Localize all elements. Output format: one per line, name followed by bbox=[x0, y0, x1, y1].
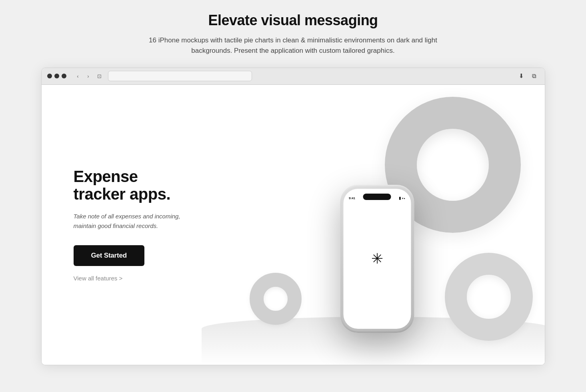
page-wrapper: Elevate visual messaging 16 iPhone mocku… bbox=[0, 12, 586, 365]
header-section: Elevate visual messaging 16 iPhone mocku… bbox=[129, 12, 457, 56]
traffic-dot-maximize[interactable] bbox=[62, 74, 66, 78]
traffic-dot-close[interactable] bbox=[47, 74, 52, 78]
toolbar-actions: ⬇ ⧉ bbox=[517, 71, 539, 81]
download-button[interactable]: ⬇ bbox=[517, 71, 526, 81]
get-started-button[interactable]: Get Started bbox=[74, 245, 144, 266]
nav-buttons: ‹ › ⊡ bbox=[74, 72, 104, 80]
donut-medium bbox=[445, 253, 533, 341]
product-title: Expense tracker apps. bbox=[74, 168, 186, 203]
donut-small bbox=[250, 273, 302, 325]
status-icons: ▊ ▾ ● bbox=[399, 197, 405, 200]
view-toggle-button[interactable]: ⊡ bbox=[95, 72, 104, 80]
iphone-screen: 9:41 ▊ ▾ ● bbox=[343, 189, 411, 329]
content-right: 9:41 ▊ ▾ ● bbox=[210, 85, 545, 365]
traffic-lights bbox=[47, 74, 66, 78]
back-button[interactable]: ‹ bbox=[74, 72, 82, 80]
page-subtitle: 16 iPhone mockups with tactile pie chart… bbox=[129, 35, 457, 56]
content-left: Expense tracker apps. Take note of all e… bbox=[42, 136, 210, 314]
view-features-link[interactable]: View all features > bbox=[74, 275, 186, 282]
status-time: 9:41 bbox=[349, 196, 355, 200]
iphone-mockup: 9:41 ▊ ▾ ● bbox=[340, 185, 414, 333]
browser-window: ‹ › ⊡ ⬇ ⧉ Expense tracker apps. Take not… bbox=[41, 68, 545, 365]
resize-button[interactable]: ⧉ bbox=[530, 71, 539, 81]
browser-content: Expense tracker apps. Take note of all e… bbox=[42, 85, 545, 365]
browser-toolbar: ‹ › ⊡ ⬇ ⧉ bbox=[42, 68, 545, 85]
scene-container: 9:41 ▊ ▾ ● bbox=[210, 85, 545, 365]
iphone-dynamic-island bbox=[363, 194, 391, 200]
page-title: Elevate visual messaging bbox=[129, 12, 457, 29]
iphone-body: 9:41 ▊ ▾ ● bbox=[340, 185, 414, 333]
traffic-dot-minimize[interactable] bbox=[54, 74, 59, 78]
app-star-icon bbox=[369, 251, 385, 267]
product-description: Take note of all expenses and incoming, … bbox=[74, 212, 186, 231]
forward-button[interactable]: › bbox=[84, 72, 93, 80]
address-bar[interactable] bbox=[108, 71, 252, 81]
